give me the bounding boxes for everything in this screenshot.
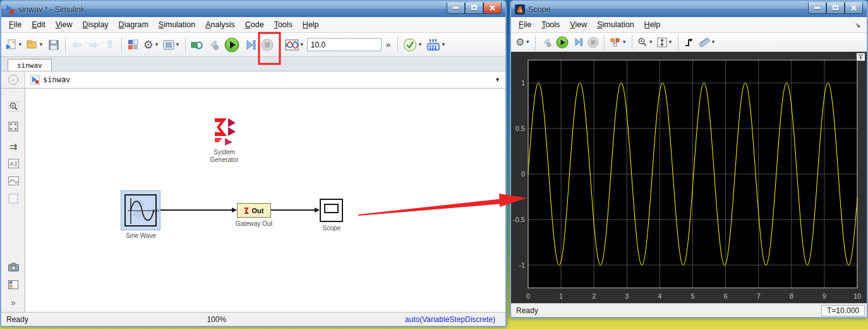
menu-view[interactable]: View <box>51 18 78 31</box>
simulink-window: sinwav * - Simulink File Edit View Displ… <box>0 0 507 327</box>
step-back-button[interactable] <box>539 35 553 50</box>
breadcrumb-bar: ‹ sinwav ▼ <box>1 71 505 89</box>
svg-text:8: 8 <box>790 292 793 300</box>
toolbar-overflow-button[interactable]: » <box>383 40 394 49</box>
step-back-button[interactable] <box>206 36 221 54</box>
palette-expand-button[interactable]: » <box>7 296 20 309</box>
breadcrumb-back[interactable]: ‹ <box>1 71 25 88</box>
model-settings-button[interactable]: ⚙ ▼ <box>142 36 160 54</box>
model-browser-button[interactable] <box>7 278 20 291</box>
signal-selector-button[interactable]: ▼ <box>608 35 628 50</box>
trigger-button[interactable] <box>682 35 696 50</box>
close-icon <box>851 5 857 11</box>
scope-titlebar[interactable]: Scope <box>511 1 867 17</box>
menu-help[interactable]: Help <box>639 18 666 31</box>
status-zoom-level: 100% <box>28 315 405 324</box>
simulation-display-button[interactable]: ▼ <box>284 36 306 54</box>
signal-wire[interactable] <box>160 209 233 211</box>
status-ready: Ready <box>1 315 28 324</box>
save-button[interactable] <box>46 36 61 54</box>
minimize-button[interactable] <box>808 3 826 14</box>
run-button[interactable] <box>222 36 241 54</box>
wire-arrowhead <box>232 208 237 213</box>
step-forward-button[interactable] <box>243 36 258 54</box>
library-browser-button[interactable] <box>126 36 141 54</box>
chevron-down-icon: ▼ <box>299 42 304 47</box>
maximize-button[interactable] <box>826 3 845 14</box>
menu-edit[interactable]: Edit <box>27 18 51 31</box>
sine-wave-block[interactable]: sin <box>121 190 160 230</box>
breadcrumb-dropdown-icon[interactable]: ▼ <box>495 77 500 83</box>
chevron-down-icon: ▼ <box>18 42 23 47</box>
close-button[interactable] <box>845 3 863 14</box>
tab-sinwav[interactable]: sinwav <box>8 59 52 71</box>
run-button[interactable] <box>555 35 570 50</box>
shape-box-button[interactable] <box>7 192 20 205</box>
menu-simulation[interactable]: Simulation <box>154 18 200 31</box>
scope-app-icon <box>515 4 525 15</box>
close-button[interactable] <box>483 3 502 14</box>
annotation-button[interactable]: A <box>7 157 20 170</box>
update-diagram-button[interactable] <box>190 36 205 54</box>
check-model-button[interactable]: ▼ <box>402 36 424 54</box>
stop-button[interactable] <box>259 36 275 54</box>
toolbar-separator <box>678 35 678 50</box>
signal-wire[interactable] <box>271 209 316 211</box>
screenshot-button[interactable] <box>7 261 20 273</box>
menu-simulation[interactable]: Simulation <box>592 18 639 31</box>
scope-block[interactable] <box>320 199 343 222</box>
check-icon <box>403 38 417 52</box>
new-model-button[interactable]: ▼ <box>4 36 24 54</box>
zoom-tool-button[interactable] <box>7 100 20 113</box>
camera-icon <box>8 263 19 271</box>
up-button[interactable]: ⇧ <box>102 36 118 54</box>
model-config-button[interactable]: ▼ <box>162 36 181 54</box>
menu-diagram[interactable]: Diagram <box>114 18 154 31</box>
fit-to-view-button[interactable] <box>7 120 20 133</box>
scope-settings-button[interactable]: ⚙ ▼ <box>514 35 531 50</box>
scope-plot-region[interactable]: 10.50-0.5-1012345678910 <box>511 52 867 303</box>
split-view-icon <box>8 280 18 289</box>
back-button[interactable]: ⇦ <box>69 36 85 54</box>
menu-analysis[interactable]: Analysis <box>200 18 240 31</box>
trigger-icon <box>684 37 694 47</box>
menu-view[interactable]: View <box>565 18 592 31</box>
menu-code[interactable]: Code <box>240 18 269 31</box>
open-button[interactable]: ▼ <box>25 36 45 54</box>
simulink-menubar: File Edit View Display Diagram Simulatio… <box>1 17 505 33</box>
status-solver[interactable]: auto(VariableStepDiscrete) <box>405 315 505 324</box>
fit-view-icon <box>8 121 18 132</box>
zoom-button[interactable]: ▼ <box>636 35 654 50</box>
model-canvas[interactable]: System Generator sin Sine Wave <box>25 89 505 312</box>
minimize-button[interactable] <box>447 3 465 14</box>
menu-help[interactable]: Help <box>298 18 324 31</box>
simulink-titlebar[interactable]: sinwav * - Simulink <box>1 1 505 17</box>
status-ready: Ready <box>511 306 538 315</box>
system-generator-block[interactable] <box>210 117 239 146</box>
maximize-button[interactable] <box>465 3 483 14</box>
svg-text:0.5: 0.5 <box>515 125 525 132</box>
signal-routing-button[interactable]: ⇉ <box>7 140 20 153</box>
stop-icon <box>260 38 274 52</box>
menu-file[interactable]: File <box>514 18 536 31</box>
image-annotation-button[interactable] <box>7 175 20 187</box>
step-forward-button[interactable] <box>571 35 585 50</box>
stop-button[interactable] <box>586 35 600 50</box>
measurements-button[interactable]: ▼ <box>697 35 717 50</box>
breadcrumb[interactable]: sinwav ▼ <box>25 71 505 88</box>
dock-button[interactable] <box>856 53 865 61</box>
stop-time-input[interactable] <box>307 38 382 51</box>
menu-file[interactable]: File <box>4 18 27 31</box>
menu-tools[interactable]: Tools <box>269 18 298 31</box>
menu-tools[interactable]: Tools <box>536 18 565 31</box>
update-diagram-icon <box>191 40 203 50</box>
gateway-out-text: Out <box>252 207 264 214</box>
fit-to-view-button[interactable]: ▼ <box>656 35 674 50</box>
window-title: Scope <box>528 5 808 14</box>
build-button[interactable]: ▼ <box>425 36 447 54</box>
forward-button[interactable]: ⇨ <box>86 36 101 54</box>
gateway-out-block[interactable]: Out <box>237 203 271 218</box>
dock-arrow-icon <box>858 54 864 60</box>
menu-overflow-icon[interactable]: ↘ <box>855 21 864 29</box>
menu-display[interactable]: Display <box>78 18 114 31</box>
